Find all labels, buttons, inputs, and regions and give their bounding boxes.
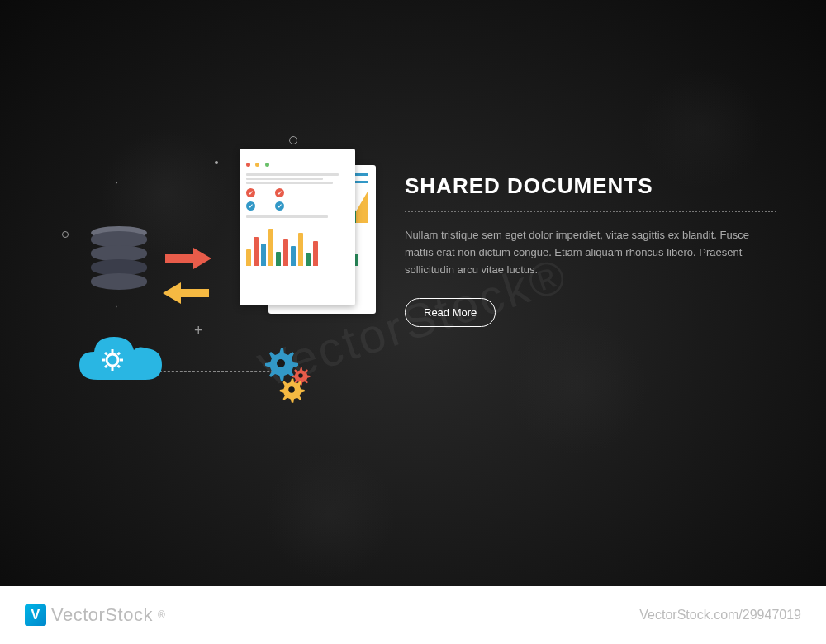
gears-icon (264, 347, 330, 408)
document-front (240, 149, 355, 305)
brand-logo: V VectorStock® (25, 604, 165, 626)
documents-icon (240, 149, 388, 330)
body-text: Nullam tristique sem eget dolor imperdie… (405, 227, 776, 278)
image-attribution: VectorStock.com/29947019 (639, 608, 801, 623)
footer-bar: V VectorStock® VectorStock.com/29947019 (0, 586, 826, 644)
divider (405, 211, 776, 212)
hero-banner: + (50, 124, 776, 405)
read-more-button[interactable]: Read More (405, 298, 496, 327)
brand-suffix: ® (158, 609, 165, 621)
content-area: SHARED DOCUMENTS Nullam tristique sem eg… (405, 124, 776, 405)
page-title: SHARED DOCUMENTS (405, 173, 776, 199)
decorative-circle (62, 231, 69, 238)
svg-line-7 (105, 366, 107, 368)
cloud-icon (73, 330, 172, 388)
illustration-area: + (50, 124, 405, 405)
svg-point-13 (288, 386, 295, 393)
arrow-left-icon (161, 281, 209, 309)
check-icon (246, 201, 255, 211)
check-icon (246, 188, 255, 197)
svg-line-6 (118, 353, 121, 355)
decorative-plus: + (194, 322, 203, 339)
decorative-circle (289, 136, 297, 144)
brand-mark-icon: V (25, 604, 46, 626)
check-icon (275, 201, 284, 211)
arrow-right-icon (165, 246, 213, 274)
svg-point-12 (298, 373, 303, 378)
server-icon (91, 231, 147, 305)
svg-line-5 (105, 353, 107, 355)
svg-line-8 (118, 366, 121, 368)
check-icon (275, 188, 284, 197)
decorative-dot (215, 161, 218, 164)
bar-chart-icon (246, 225, 349, 266)
svg-point-11 (277, 359, 285, 367)
brand-name: VectorStock (51, 604, 153, 626)
